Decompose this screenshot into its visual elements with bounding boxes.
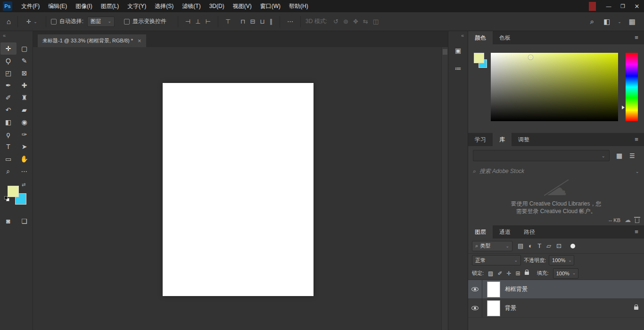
distribute-vertical-centers-icon[interactable]: ⊟ (250, 18, 255, 25)
color-picker-cursor[interactable] (528, 55, 533, 59)
eraser-tool[interactable]: ▰ (17, 104, 33, 116)
move-tool[interactable]: ✛ (0, 42, 17, 55)
panel-menu-icon[interactable]: ≡ (629, 133, 644, 146)
scrollbar-thumb[interactable] (443, 49, 447, 55)
clone-stamp-tool[interactable]: ♜ (17, 91, 33, 104)
lock-all-icon[interactable] (525, 272, 529, 275)
vertical-scrollbar[interactable] (441, 47, 448, 330)
tab-swatches[interactable]: 色板 (493, 31, 517, 44)
home-icon[interactable]: ⌂ (7, 17, 11, 25)
tab-adjustments[interactable]: 调整 (512, 133, 536, 146)
history-brush-tool[interactable]: ↶ (0, 104, 17, 116)
zoom-tool[interactable]: ⌕ (0, 165, 17, 177)
filter-type-layers-icon[interactable]: T (537, 242, 541, 249)
restore-button[interactable]: ❐ (616, 0, 630, 12)
rectangle-tool[interactable]: ▭ (0, 153, 17, 165)
filter-adjustment-layers-icon[interactable]: ◐ (528, 242, 532, 249)
screen-mode-button[interactable]: ❏ (17, 215, 33, 227)
expand-panels-icon[interactable]: « (461, 33, 464, 38)
auto-select-target-select[interactable]: 图层 ⌄ (87, 16, 115, 27)
minimize-button[interactable]: — (602, 0, 616, 12)
lock-artboard-icon[interactable]: ⊞ (516, 270, 520, 277)
blur-tool[interactable]: ◉ (17, 116, 33, 128)
document-tab[interactable]: 未标题-1 @ 33.3% (相框背景, RGB/8) * × (38, 34, 146, 47)
fill-select[interactable]: 100% ⌄ (553, 268, 578, 279)
close-button[interactable]: ✕ (630, 0, 644, 12)
tab-color[interactable]: 颜色 (468, 31, 493, 44)
foreground-color-swatch[interactable] (474, 53, 484, 63)
pen-tool[interactable]: ✑ (17, 128, 33, 140)
filter-pixel-layers-icon[interactable]: ▤ (518, 242, 523, 249)
filter-smart-objects-icon[interactable]: ⊡ (556, 242, 561, 249)
document-canvas[interactable] (163, 83, 314, 296)
menu-type[interactable]: 文字(Y) (123, 0, 150, 12)
quick-mask-button[interactable]: ◙ (0, 215, 17, 227)
menu-edit[interactable]: 编辑(E) (44, 0, 71, 12)
panel-menu-icon[interactable]: ≡ (629, 31, 644, 44)
saturation-brightness-field[interactable] (491, 53, 618, 121)
menu-image[interactable]: 图像(I) (71, 0, 96, 12)
menu-view[interactable]: 视图(V) (229, 0, 256, 12)
filter-shape-layers-icon[interactable]: ▱ (546, 242, 551, 249)
hand-tool[interactable]: ✋ (17, 153, 33, 165)
collapsed-panel-icon-1[interactable]: ▣ (452, 44, 465, 57)
library-search-input[interactable]: ⌕ 搜索 Adobe Stock ⌄ (473, 166, 639, 176)
distribute-horizontal-icon[interactable]: ∥ (270, 18, 273, 25)
menu-filter[interactable]: 滤镜(T) (178, 0, 205, 12)
visibility-toggle[interactable] (468, 299, 482, 317)
canvas-area[interactable] (33, 47, 448, 330)
menu-file[interactable]: 文件(F) (17, 0, 44, 12)
menu-3d[interactable]: 3D(D) (205, 0, 229, 12)
menu-help[interactable]: 帮助(H) (285, 0, 313, 12)
distribute-top-edges-icon[interactable]: ⊓ (240, 18, 245, 25)
tab-learn[interactable]: 学习 (468, 133, 493, 146)
quick-selection-tool[interactable]: ✎ (17, 55, 33, 67)
auto-select-checkbox[interactable] (51, 19, 57, 25)
list-view-icon[interactable]: ☰ (629, 152, 635, 159)
rectangular-marquee-tool[interactable]: ▢ (17, 42, 33, 55)
delete-icon[interactable] (635, 218, 639, 223)
layer-thumbnail[interactable] (487, 281, 500, 297)
more-align-options-icon[interactable]: ⋯ (287, 18, 293, 25)
lock-position-icon[interactable]: ✛ (506, 270, 511, 277)
frame-tool[interactable]: ⊠ (17, 67, 33, 79)
menu-window[interactable]: 窗口(W) (256, 0, 285, 12)
brush-tool[interactable]: ✐ (0, 91, 17, 104)
lasso-tool[interactable]: Ϙ (0, 55, 17, 67)
edit-toolbar-icon[interactable]: ⋯ (17, 165, 33, 177)
panel-menu-icon[interactable]: ≡ (629, 225, 644, 239)
tab-channels[interactable]: 通道 (493, 225, 517, 239)
search-icon[interactable]: ⌕ (590, 17, 594, 26)
library-select[interactable]: ⌄ (473, 150, 610, 161)
blend-mode-select[interactable]: 正常 ⌄ (472, 255, 521, 265)
grid-view-icon[interactable]: ▦ (616, 152, 622, 159)
tool-preset-picker[interactable]: ✛ ⌄ (26, 18, 37, 25)
align-right-edges-icon[interactable]: ⊢ (206, 18, 211, 25)
layer-row[interactable]: 相框背景 (468, 280, 644, 299)
swap-colors-icon[interactable]: ⇄ (22, 182, 25, 187)
type-tool[interactable]: T (0, 140, 17, 153)
lock-pixels-icon[interactable]: ✐ (497, 270, 502, 277)
arrange-documents-icon[interactable]: ▦ (629, 17, 636, 26)
layer-filter-select[interactable]: ⌕ 类型 ⌄ (472, 241, 512, 251)
foreground-color-swatch[interactable] (8, 186, 19, 197)
eyedropper-tool[interactable]: ✒ (0, 79, 17, 91)
visibility-toggle[interactable] (468, 280, 482, 298)
distribute-bottom-edges-icon[interactable]: ⊔ (260, 18, 264, 25)
hue-slider[interactable] (626, 53, 638, 121)
sync-cloud-icon[interactable]: ☁ (625, 216, 631, 223)
collapse-tools-icon[interactable]: « (3, 33, 6, 38)
spot-healing-brush-tool[interactable]: ✚ (17, 79, 33, 91)
tab-libraries[interactable]: 库 (493, 133, 512, 146)
opacity-select[interactable]: 100% ⌄ (549, 255, 574, 265)
collapsed-panel-icon-2[interactable]: ≔ (452, 62, 465, 74)
layer-thumbnail[interactable] (487, 300, 500, 316)
align-horizontal-centers-icon[interactable]: ⊥ (195, 18, 200, 25)
crop-tool[interactable]: ◰ (0, 67, 17, 79)
layer-row[interactable]: 背景 (468, 299, 644, 318)
tab-layers[interactable]: 图层 (468, 225, 493, 239)
menu-select[interactable]: 选择(S) (150, 0, 178, 12)
align-top-edges-icon[interactable]: ⊤ (225, 18, 231, 25)
close-tab-icon[interactable]: × (138, 37, 141, 44)
path-selection-tool[interactable]: ➤ (17, 140, 33, 153)
